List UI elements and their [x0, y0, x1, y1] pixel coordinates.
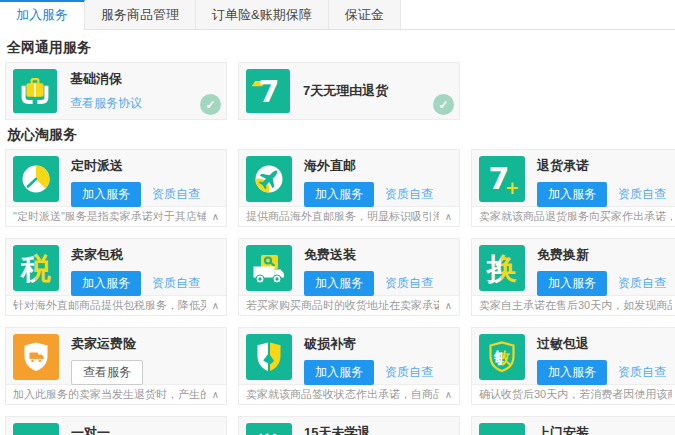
service-card-allergy-refund: 敏 过敏包退 加入服务 资质自查 确认收货后30天内，若消费者因使用该商品引..… — [471, 327, 675, 405]
free-delivery-install-icon — [246, 245, 292, 291]
qualification-self-check-link[interactable]: 资质自查 — [385, 186, 433, 203]
seller-tax-icon: 税 — [13, 245, 59, 291]
service-description: 卖家就该商品退货服务向买家作出承诺，自商品... — [479, 209, 672, 224]
allergy-refund-icon: 敏 — [479, 334, 525, 380]
view-service-button[interactable]: 查看服务 — [71, 360, 143, 385]
service-description: 针对海外直邮商品提供包税服务，降低买家海淘... — [13, 298, 206, 313]
join-service-button[interactable]: 加入服务 — [537, 182, 607, 207]
chevron-up-icon[interactable]: ∧ — [445, 211, 452, 222]
general-card-title: 7天无理由退货 — [303, 82, 388, 100]
qualification-self-check-link[interactable]: 资质自查 — [385, 275, 433, 292]
section-title-fangxintao: 放心淘服务 — [7, 126, 673, 144]
service-card-timed-delivery: 定时派送 加入服务 资质自查 "定时派送"服务是指卖家承诺对于其店铺内含有"..… — [5, 149, 227, 227]
service-title: 定时派送 — [71, 157, 200, 175]
tab-order-insurance[interactable]: 订单险&账期保障 — [195, 0, 329, 29]
service-title: 上门安装 — [537, 424, 589, 435]
qualification-self-check-link[interactable]: 资质自查 — [618, 364, 666, 381]
seller-service-page: 加入服务 服务商品管理 订单险&账期保障 保证金 全网通用服务 基础消保 — [0, 0, 675, 435]
join-service-button[interactable]: 加入服务 — [71, 271, 141, 296]
general-card-7day-return: 7 7天无理由退货 ✓ — [238, 62, 460, 120]
service-card-damage-reshipment: 破损补寄 加入服务 资质自查 卖家就该商品签收状态作出承诺，自商品签收之... … — [238, 327, 460, 405]
joined-check-icon: ✓ — [433, 94, 454, 115]
fangxintao-services-grid: 定时派送 加入服务 资质自查 "定时派送"服务是指卖家承诺对于其店铺内含有"..… — [5, 149, 675, 435]
service-title: 破损补寄 — [304, 335, 433, 353]
seller-shipping-insurance-icon — [13, 334, 59, 380]
service-title: 一对一 — [71, 424, 110, 435]
free-replacement-icon: 换 — [479, 245, 525, 291]
chevron-up-icon[interactable]: ∧ — [445, 389, 452, 400]
chevron-up-icon[interactable]: ∧ — [212, 211, 219, 222]
service-description: 提供商品海外直邮服务，明显标识吸引海淘买家... — [246, 209, 439, 224]
service-card-free-replacement: 换 免费换新 加入服务 资质自查 卖家自主承诺在售后30天内，如发现商品出现..… — [471, 238, 675, 316]
chevron-up-icon[interactable]: ∧ — [445, 300, 452, 311]
svg-text:税: 税 — [20, 251, 51, 286]
service-description: 加入此服务的卖家当发生退货时，产生的退货运... — [13, 387, 206, 402]
service-description: 若买家购买商品时的收货地址在卖家承诺的区域... — [246, 298, 439, 313]
tab-join-service[interactable]: 加入服务 — [0, 0, 85, 30]
general-services-row: 基础消保 查看服务协议 ✓ 7 7天无理由退货 ✓ — [5, 62, 675, 120]
study-refund-icon: 学 — [246, 423, 292, 435]
service-card-study-refund: 学 15天未学退 — [238, 416, 460, 435]
general-card-title: 基础消保 — [70, 70, 142, 88]
qualification-self-check-link[interactable]: 资质自查 — [152, 275, 200, 292]
svg-text:换: 换 — [485, 251, 517, 286]
service-card-one-on-one: 1 1 一对一 — [5, 416, 227, 435]
tab-bar: 加入服务 服务商品管理 订单险&账期保障 保证金 — [0, 0, 675, 30]
qualification-self-check-link[interactable]: 资质自查 — [618, 186, 666, 203]
svg-text:+: + — [505, 178, 519, 198]
service-card-home-installation: 上门安装 — [471, 416, 675, 435]
svg-text:7: 7 — [259, 74, 280, 109]
chevron-up-icon[interactable]: ∧ — [212, 300, 219, 311]
seven-day-return-icon: 7 — [246, 69, 290, 113]
view-service-agreement-link[interactable]: 查看服务协议 — [70, 95, 142, 112]
service-card-return-promise: 7 + 退货承诺 加入服务 资质自查 卖家就该商品退货服务向买家作出承诺，自商品… — [471, 149, 675, 227]
service-description: 确认收货后30天内，若消费者因使用该商品引... — [479, 387, 672, 402]
service-description: 卖家就该商品签收状态作出承诺，自商品签收之... — [246, 387, 439, 402]
service-description: "定时派送"服务是指卖家承诺对于其店铺内含有"... — [13, 209, 206, 224]
general-card-basic-protection: 基础消保 查看服务协议 ✓ — [5, 62, 227, 120]
service-card-shipping-insurance: 卖家运费险 查看服务 加入此服务的卖家当发生退货时，产生的退货运... ∧ — [5, 327, 227, 405]
section-title-general: 全网通用服务 — [7, 39, 673, 57]
service-title: 过敏包退 — [537, 335, 666, 353]
join-service-button[interactable]: 加入服务 — [304, 271, 374, 296]
overseas-direct-mail-icon — [246, 156, 292, 202]
qualification-self-check-link[interactable]: 资质自查 — [618, 275, 666, 292]
return-promise-icon: 7 + — [479, 156, 525, 202]
service-title: 免费送装 — [304, 246, 433, 264]
join-service-button[interactable]: 加入服务 — [304, 182, 374, 207]
service-title: 免费换新 — [537, 246, 666, 264]
service-description: 卖家自主承诺在售后30天内，如发现商品出现... — [479, 298, 672, 313]
join-service-button[interactable]: 加入服务 — [537, 360, 607, 385]
service-title: 卖家包税 — [71, 246, 200, 264]
service-title: 退货承诺 — [537, 157, 666, 175]
svg-text:学: 学 — [256, 431, 283, 435]
service-title: 卖家运费险 — [71, 335, 143, 353]
one-on-one-icon: 1 1 — [13, 423, 59, 435]
qualification-self-check-link[interactable]: 资质自查 — [385, 364, 433, 381]
service-title: 15天未学退 — [304, 424, 370, 435]
qualification-self-check-link[interactable]: 资质自查 — [152, 186, 200, 203]
damage-reshipment-icon — [246, 334, 292, 380]
join-service-button[interactable]: 加入服务 — [71, 182, 141, 207]
basic-protection-icon — [13, 69, 57, 113]
tab-deposit[interactable]: 保证金 — [328, 0, 401, 29]
joined-check-icon: ✓ — [200, 94, 221, 115]
join-service-button[interactable]: 加入服务 — [537, 271, 607, 296]
service-card-seller-tax: 税 卖家包税 加入服务 资质自查 针对海外直邮商品提供包税服务，降低买家海淘..… — [5, 238, 227, 316]
service-card-free-delivery-install: 免费送装 加入服务 资质自查 若买家购买商品时的收货地址在卖家承诺的区域... … — [238, 238, 460, 316]
timed-delivery-icon — [13, 156, 59, 202]
service-title: 海外直邮 — [304, 157, 433, 175]
service-card-overseas-direct-mail: 海外直邮 加入服务 资质自查 提供商品海外直邮服务，明显标识吸引海淘买家... … — [238, 149, 460, 227]
svg-text:敏: 敏 — [493, 348, 511, 367]
tab-service-product-management[interactable]: 服务商品管理 — [84, 0, 196, 29]
join-service-button[interactable]: 加入服务 — [304, 360, 374, 385]
home-installation-icon — [479, 423, 525, 435]
chevron-up-icon[interactable]: ∧ — [212, 389, 219, 400]
